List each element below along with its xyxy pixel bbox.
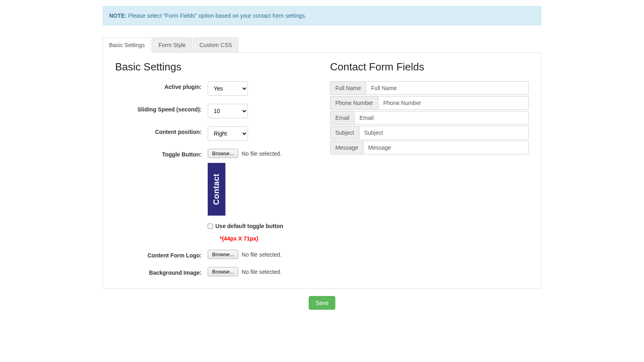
content-position-select[interactable]: Right (208, 126, 248, 141)
tab-basic-settings[interactable]: Basic Settings (103, 37, 151, 53)
toggle-button-browse[interactable]: Browse... (208, 149, 238, 158)
field-addon-message: Message (330, 141, 363, 154)
background-image-label: Background Image: (115, 267, 208, 276)
toggle-button-file-status: No file selected. (242, 150, 282, 157)
toggle-button-hint: *(44px X 71px) (220, 235, 314, 242)
content-form-logo-browse[interactable]: Browse... (208, 250, 238, 259)
background-image-browse[interactable]: Browse... (208, 267, 238, 276)
tabs-nav: Basic Settings Form Style Custom CSS (103, 37, 541, 53)
content-form-logo-file-status: No file selected. (242, 251, 282, 258)
content-form-logo-label: Content Form Logo: (115, 250, 208, 259)
field-addon-full-name: Full Name (330, 81, 366, 95)
sliding-speed-label: Sliding Speed (second): (115, 104, 208, 113)
tab-form-style[interactable]: Form Style (152, 37, 192, 53)
tab-panel-basic: Basic Settings Active plugin: Yes Slidin… (103, 53, 541, 289)
field-input-subject[interactable] (359, 126, 529, 140)
toggle-button-preview: Contact (208, 163, 225, 216)
use-default-toggle-label: Use default toggle button (215, 223, 283, 229)
field-addon-phone-number: Phone Number (330, 96, 378, 110)
toggle-button-label: Toggle Button: (115, 149, 208, 158)
background-image-file-status: No file selected. (242, 269, 282, 275)
basic-settings-heading: Basic Settings (115, 61, 314, 73)
save-button[interactable]: Save (309, 296, 335, 310)
contact-form-fields-heading: Contact Form Fields (330, 61, 529, 73)
note-text: Please select "Form Fields" option based… (127, 12, 306, 19)
field-input-full-name[interactable] (366, 81, 529, 95)
use-default-toggle-checkbox[interactable] (208, 224, 213, 229)
field-addon-email: Email (330, 111, 354, 125)
tab-custom-css[interactable]: Custom CSS (193, 37, 238, 53)
active-plugin-select[interactable]: Yes (208, 81, 248, 96)
field-input-message[interactable] (363, 141, 529, 154)
note-alert: NOTE: Please select "Form Fields" option… (103, 6, 541, 25)
content-position-label: Content position: (115, 126, 208, 135)
field-input-email[interactable] (354, 111, 529, 125)
toggle-button-preview-text: Contact (212, 174, 221, 205)
note-label: NOTE: (109, 12, 127, 19)
sliding-speed-select[interactable]: 10 (208, 104, 248, 118)
field-addon-subject: Subject (330, 126, 359, 140)
field-input-phone-number[interactable] (378, 96, 529, 110)
active-plugin-label: Active plugin: (115, 81, 208, 90)
